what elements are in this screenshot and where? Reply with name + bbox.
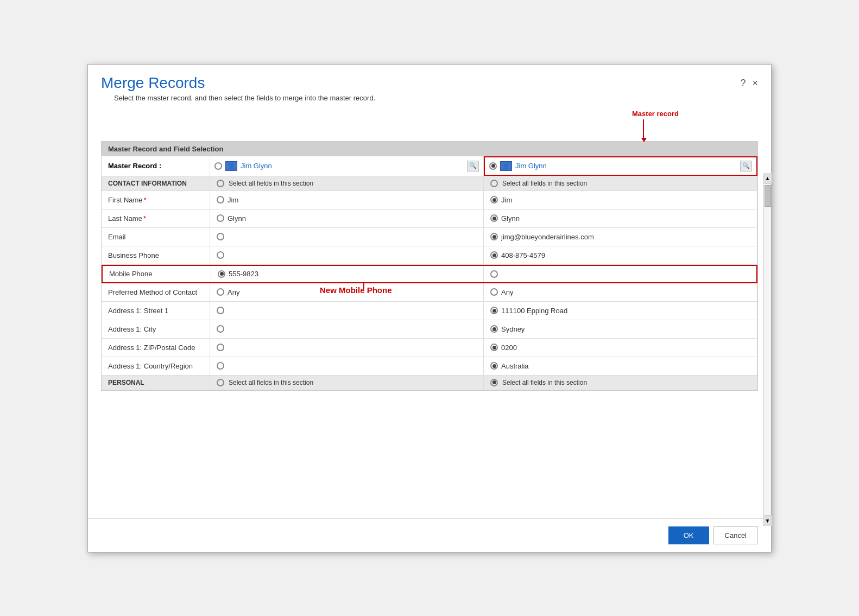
address-country-label: Address 1: Country/Region (102, 357, 210, 375)
record1-name: Jim Glynn (241, 162, 464, 170)
preferred-method-value2: Any (501, 288, 513, 296)
dialog-footer: OK Cancel (88, 518, 771, 552)
last-name-radio1[interactable] (217, 214, 224, 222)
personal-select-all-radio1[interactable] (217, 379, 224, 386)
last-name-radio2[interactable] (490, 214, 498, 222)
dialog-header-icons: ? × (740, 78, 758, 89)
scrollbar-track (764, 184, 771, 515)
address-street-value1-cell (210, 302, 484, 320)
email-value1-cell (210, 228, 484, 246)
first-name-value2: Jim (501, 196, 512, 204)
close-icon[interactable]: × (752, 78, 758, 89)
last-name-label: Last Name * (102, 209, 210, 227)
master-record-row: Master Record : Jim Glynn 🔍 Jim Glynn 🔍 (102, 156, 757, 176)
address-zip-value2-cell: 0200 (484, 339, 757, 357)
business-phone-row: Business Phone 408-875-4579 (102, 246, 757, 265)
address-country-row: Address 1: Country/Region Australia (102, 357, 757, 376)
scrollbar[interactable]: ▲ ▼ (763, 173, 771, 526)
first-name-radio2[interactable] (490, 196, 498, 204)
record2-radio[interactable] (489, 162, 497, 170)
personal-select-all-text-2: Select all fields in this section (502, 379, 587, 386)
mobile-phone-value2-cell (484, 266, 756, 282)
ok-button[interactable]: OK (668, 526, 709, 544)
business-phone-radio2[interactable] (490, 251, 498, 259)
select-all-cell-1: Select all fields in this section (210, 176, 484, 190)
master-record-annotation: Master record (632, 110, 679, 118)
record2-lookup-btn[interactable]: 🔍 (740, 161, 752, 172)
business-phone-label: Business Phone (102, 246, 210, 264)
contact-info-label: CONTACT INFORMATION (102, 176, 210, 190)
mobile-phone-value1: 555-9823 (229, 270, 258, 278)
dialog-header: Merge Records Select the master record, … (88, 65, 771, 109)
business-phone-value1-cell (210, 246, 484, 264)
cancel-button[interactable]: Cancel (713, 526, 758, 544)
merge-records-dialog: Merge Records Select the master record, … (87, 64, 772, 553)
address-city-radio1[interactable] (217, 325, 224, 333)
address-country-value2: Australia (501, 362, 529, 370)
contact-info-header-row: CONTACT INFORMATION Select all fields in… (102, 176, 757, 191)
personal-section-row: PERSONAL Select all fields in this secti… (102, 376, 757, 390)
section-header: Master Record and Field Selection (102, 142, 757, 156)
address-city-radio2[interactable] (490, 325, 498, 333)
address-country-radio1[interactable] (217, 362, 224, 370)
address-city-value2: Sydney (501, 325, 525, 333)
record1-icon (225, 161, 237, 171)
preferred-method-value2-cell: Any (484, 283, 757, 301)
last-name-value1-cell: Glynn (210, 209, 484, 227)
help-icon[interactable]: ? (740, 78, 746, 89)
record2-cell: Jim Glynn 🔍 (484, 156, 757, 176)
dialog-body: Master Record and Field Selection Master… (88, 141, 771, 518)
address-city-label: Address 1: City (102, 320, 210, 338)
address-street-radio2[interactable] (490, 307, 498, 314)
last-name-value1: Glynn (228, 214, 246, 223)
mobile-phone-radio1[interactable] (218, 270, 225, 278)
email-radio2[interactable] (490, 233, 498, 240)
new-mobile-annotation: New Mobile Phone (320, 285, 392, 295)
select-all-radio-1[interactable] (217, 180, 224, 187)
scroll-up-btn[interactable]: ▲ (764, 173, 772, 184)
preferred-method-radio2[interactable] (490, 288, 498, 296)
business-phone-radio1[interactable] (217, 251, 224, 259)
email-row: Email jimg@blueyonderairlines.com (102, 228, 757, 246)
first-name-required: * (144, 196, 147, 204)
address-street-radio1[interactable] (217, 307, 224, 314)
record1-cell: Jim Glynn 🔍 (210, 156, 484, 176)
address-city-row: Address 1: City Sydney (102, 320, 757, 339)
preferred-method-row: Preferred Method of Contact Any Any (102, 283, 757, 302)
address-zip-radio2[interactable] (490, 344, 498, 351)
scrollbar-thumb[interactable] (765, 185, 771, 207)
scroll-down-btn[interactable]: ▼ (764, 515, 772, 526)
preferred-method-value1: Any (228, 288, 239, 296)
personal-label: PERSONAL (102, 376, 210, 390)
mobile-phone-row: Mobile Phone 555-9823 New Mobile Phone (102, 265, 757, 283)
email-label: Email (102, 228, 210, 246)
first-name-value2-cell: Jim (484, 191, 757, 209)
address-zip-value1-cell (210, 339, 484, 357)
address-zip-radio1[interactable] (217, 344, 224, 351)
select-all-radio-2[interactable] (490, 180, 498, 187)
business-phone-value2-cell: 408-875-4579 (484, 246, 757, 264)
last-name-value2: Glynn (501, 214, 520, 223)
master-record-label: Master Record : (102, 156, 210, 176)
mobile-phone-value1-cell: 555-9823 New Mobile Phone (211, 266, 484, 282)
address-country-radio2[interactable] (490, 362, 498, 370)
preferred-method-label: Preferred Method of Contact (102, 283, 210, 301)
address-country-value1-cell (210, 357, 484, 375)
personal-select-all-radio2[interactable] (490, 379, 498, 386)
first-name-value1-cell: Jim (210, 191, 484, 209)
first-name-label: First Name * (102, 191, 210, 209)
address-country-value2-cell: Australia (484, 357, 757, 375)
mobile-phone-radio2[interactable] (490, 270, 498, 278)
address-zip-row: Address 1: ZIP/Postal Code 0200 (102, 339, 757, 357)
first-name-radio1[interactable] (217, 196, 224, 204)
email-radio1[interactable] (217, 233, 224, 240)
select-all-text-2: Select all fields in this section (502, 180, 587, 187)
address-street-row: Address 1: Street 1 111100 Epping Road (102, 302, 757, 320)
record1-lookup-btn[interactable]: 🔍 (467, 161, 479, 172)
preferred-method-radio1[interactable] (217, 288, 224, 296)
merge-table: Master Record and Field Selection Master… (101, 141, 758, 391)
record1-radio[interactable] (214, 162, 222, 170)
record2-name: Jim Glynn (515, 162, 737, 170)
first-name-value1: Jim (228, 196, 238, 204)
select-all-text-1: Select all fields in this section (229, 180, 313, 187)
